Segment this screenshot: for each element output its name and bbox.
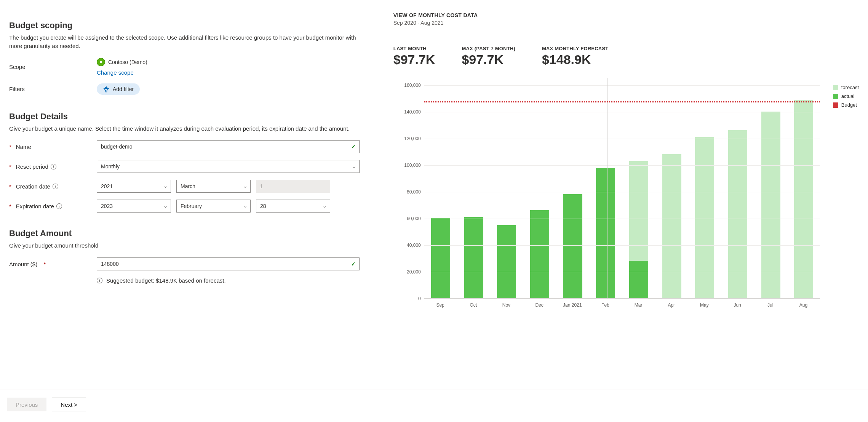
chevron-down-icon: ⌵ <box>353 164 355 169</box>
y-tick-label: 140,000 <box>404 109 420 115</box>
scoping-title: Budget scoping <box>9 21 363 30</box>
amount-input[interactable] <box>97 257 360 270</box>
bar-group <box>728 85 747 298</box>
left-panel: Budget scoping The budget you create wil… <box>9 5 378 306</box>
y-tick-label: 60,000 <box>407 216 421 221</box>
forecast-bar <box>761 112 780 298</box>
view-subtitle: Sep 2020 - Aug 2021 <box>393 20 859 26</box>
x-tick-label: Oct <box>470 302 477 308</box>
info-icon[interactable]: i <box>51 164 56 169</box>
actual-bar <box>563 194 582 298</box>
forecast-bar <box>728 130 747 298</box>
previous-button: Previous <box>7 398 46 411</box>
scope-icon <box>97 58 105 66</box>
y-tick-label: 0 <box>418 296 421 301</box>
info-icon: i <box>97 278 102 283</box>
bar-group <box>596 85 615 298</box>
check-icon: ✓ <box>351 144 356 150</box>
y-tick-label: 120,000 <box>404 136 420 141</box>
bar-group <box>662 85 681 298</box>
name-input[interactable] <box>97 140 360 153</box>
forecast-bar <box>695 137 714 299</box>
chevron-down-icon: ⌵ <box>244 184 246 189</box>
actual-forecast-divider <box>607 78 607 298</box>
x-tick-label: Sep <box>436 302 444 308</box>
chart-legend: forecast actual Budget <box>833 85 859 306</box>
y-tick-label: 80,000 <box>407 189 421 195</box>
x-tick-label: Apr <box>668 302 675 308</box>
cost-chart: 020,00040,00060,00080,000100,000120,0001… <box>393 85 824 306</box>
creation-year-select[interactable]: 2021⌵ <box>97 180 171 193</box>
x-tick-label: May <box>700 302 709 308</box>
bar-group <box>629 85 648 298</box>
stat-forecast-label: MAX MONTHLY FORECAST <box>542 46 608 51</box>
amount-title: Budget Amount <box>9 229 363 238</box>
y-tick-label: 160,000 <box>404 83 420 88</box>
creation-day-readonly: 1 <box>256 180 330 193</box>
x-tick-label: Nov <box>502 302 510 308</box>
legend-swatch-forecast <box>833 85 838 90</box>
actual-bar <box>530 210 549 298</box>
info-icon[interactable]: i <box>53 184 58 189</box>
expiration-month-select[interactable]: February⌵ <box>176 200 251 213</box>
x-tick-label: Jul <box>767 302 773 308</box>
bar-group <box>530 85 549 298</box>
stat-max-value: $97.7K <box>462 52 515 67</box>
scoping-desc: The budget you create will be assigned t… <box>9 34 360 50</box>
x-tick-label: Jan 2021 <box>563 302 582 308</box>
actual-bar <box>464 217 483 299</box>
forecast-bar <box>662 154 681 298</box>
chevron-down-icon: ⌵ <box>164 203 167 209</box>
bar-group <box>761 85 780 298</box>
bar-group <box>431 85 450 298</box>
expiration-year-select[interactable]: 2023⌵ <box>97 200 171 213</box>
scope-label: Scope <box>9 64 97 70</box>
chevron-down-icon: ⌵ <box>323 203 326 209</box>
amount-label: Amount ($) <box>9 261 37 267</box>
forecast-bar <box>794 100 813 298</box>
budget-threshold-line <box>424 101 820 102</box>
stat-last-month-value: $97.7K <box>393 52 435 67</box>
bar-group <box>563 85 582 298</box>
actual-bar <box>431 218 450 298</box>
chevron-down-icon: ⌵ <box>244 203 246 209</box>
right-panel: VIEW OF MONTHLY COST DATA Sep 2020 - Aug… <box>378 5 859 306</box>
change-scope-link[interactable]: Change scope <box>97 69 147 76</box>
info-icon[interactable]: i <box>56 203 62 209</box>
x-tick-label: Aug <box>799 302 807 308</box>
details-desc: Give your budget a unique name. Select t… <box>9 125 360 133</box>
creation-month-select[interactable]: March⌵ <box>176 180 251 193</box>
expiration-day-select[interactable]: 28⌵ <box>256 200 330 213</box>
reset-label: Reset period <box>16 163 48 170</box>
bar-group <box>695 85 714 298</box>
x-tick-label: Dec <box>535 302 543 308</box>
view-title: VIEW OF MONTHLY COST DATA <box>393 12 859 18</box>
stat-max-label: MAX (PAST 7 MONTH) <box>462 46 515 51</box>
x-tick-label: Feb <box>601 302 609 308</box>
actual-bar <box>497 225 516 299</box>
legend-swatch-budget <box>833 102 838 108</box>
y-tick-label: 100,000 <box>404 163 420 168</box>
legend-swatch-actual <box>833 94 838 99</box>
filter-icon <box>103 86 110 93</box>
actual-bar <box>596 168 615 298</box>
y-tick-label: 20,000 <box>407 269 421 275</box>
details-title: Budget Details <box>9 112 363 121</box>
reset-period-select[interactable]: Monthly ⌵ <box>97 160 360 173</box>
creation-label: Creation date <box>16 183 50 190</box>
check-icon: ✓ <box>351 261 356 267</box>
actual-bar <box>629 261 648 298</box>
bar-group <box>464 85 483 298</box>
next-button[interactable]: Next > <box>52 398 86 411</box>
bar-group <box>497 85 516 298</box>
x-tick-label: Mar <box>635 302 643 308</box>
add-filter-button[interactable]: Add filter <box>97 83 140 95</box>
x-tick-label: Jun <box>734 302 741 308</box>
stat-forecast-value: $148.9K <box>542 52 608 67</box>
y-tick-label: 40,000 <box>407 243 421 248</box>
chevron-down-icon: ⌵ <box>164 184 167 189</box>
expiration-label: Expiration date <box>16 203 54 209</box>
stat-last-month-label: LAST MONTH <box>393 46 435 51</box>
suggested-budget-text: Suggested budget: $148.9K based on forec… <box>106 277 226 284</box>
bar-group <box>794 85 813 298</box>
